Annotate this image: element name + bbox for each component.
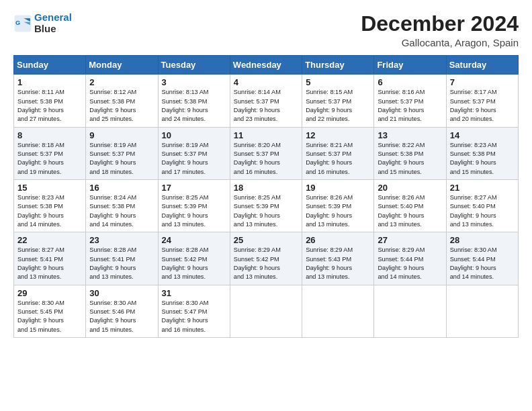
- dow-header-wednesday: Wednesday: [230, 56, 302, 75]
- calendar-cell: 22Sunrise: 8:27 AMSunset: 5:41 PMDayligh…: [14, 232, 86, 285]
- day-number: 27: [378, 235, 442, 245]
- calendar-cell: 26Sunrise: 8:29 AMSunset: 5:43 PMDayligh…: [302, 232, 374, 285]
- day-number: 23: [89, 235, 154, 245]
- day-info: Sunrise: 8:26 AMSunset: 5:39 PMDaylight:…: [306, 193, 370, 229]
- calendar-cell: 29Sunrise: 8:30 AMSunset: 5:45 PMDayligh…: [14, 285, 86, 337]
- calendar-cell: 6Sunrise: 8:16 AMSunset: 5:37 PMDaylight…: [374, 75, 446, 127]
- day-number: 12: [306, 130, 370, 140]
- day-info: Sunrise: 8:11 AMSunset: 5:38 PMDaylight:…: [17, 88, 82, 124]
- calendar-cell: 13Sunrise: 8:22 AMSunset: 5:38 PMDayligh…: [374, 127, 446, 179]
- calendar-cell: 21Sunrise: 8:27 AMSunset: 5:40 PMDayligh…: [446, 179, 518, 232]
- calendar-cell: 31Sunrise: 8:30 AMSunset: 5:47 PMDayligh…: [158, 285, 230, 337]
- calendar-cell: 30Sunrise: 8:30 AMSunset: 5:46 PMDayligh…: [86, 285, 158, 337]
- calendar-cell: 18Sunrise: 8:25 AMSunset: 5:39 PMDayligh…: [230, 179, 302, 232]
- dow-header-friday: Friday: [374, 56, 446, 75]
- day-info: Sunrise: 8:13 AMSunset: 5:38 PMDaylight:…: [162, 88, 226, 124]
- week-row-3: 15Sunrise: 8:23 AMSunset: 5:38 PMDayligh…: [14, 179, 519, 232]
- day-number: 5: [306, 77, 370, 87]
- svg-text:G: G: [15, 19, 20, 26]
- calendar-cell: 9Sunrise: 8:19 AMSunset: 5:37 PMDaylight…: [86, 127, 158, 179]
- day-info: Sunrise: 8:29 AMSunset: 5:44 PMDaylight:…: [378, 246, 442, 281]
- day-info: Sunrise: 8:27 AMSunset: 5:41 PMDaylight:…: [17, 246, 82, 281]
- week-row-2: 8Sunrise: 8:18 AMSunset: 5:37 PMDaylight…: [14, 127, 519, 179]
- day-number: 7: [450, 77, 515, 87]
- day-number: 9: [89, 130, 154, 140]
- day-info: Sunrise: 8:17 AMSunset: 5:37 PMDaylight:…: [450, 88, 515, 124]
- day-info: Sunrise: 8:28 AMSunset: 5:41 PMDaylight:…: [89, 246, 154, 281]
- day-number: 26: [306, 235, 370, 245]
- calendar-cell: 20Sunrise: 8:26 AMSunset: 5:40 PMDayligh…: [374, 179, 446, 232]
- day-info: Sunrise: 8:15 AMSunset: 5:37 PMDaylight:…: [306, 88, 370, 124]
- calendar-cell: 8Sunrise: 8:18 AMSunset: 5:37 PMDaylight…: [14, 127, 86, 179]
- day-number: 16: [89, 183, 154, 193]
- day-number: 22: [17, 235, 82, 245]
- day-info: Sunrise: 8:30 AMSunset: 5:45 PMDaylight:…: [17, 299, 82, 334]
- calendar-cell: 17Sunrise: 8:25 AMSunset: 5:39 PMDayligh…: [158, 179, 230, 232]
- month-title: December 2024: [361, 12, 519, 36]
- day-of-week-row: SundayMondayTuesdayWednesdayThursdayFrid…: [14, 56, 519, 75]
- day-number: 14: [450, 130, 515, 140]
- page: G General Blue December 2024 Gallocanta,…: [0, 0, 532, 411]
- calendar-body: 1Sunrise: 8:11 AMSunset: 5:38 PMDaylight…: [14, 75, 519, 338]
- day-info: Sunrise: 8:30 AMSunset: 5:46 PMDaylight:…: [89, 299, 154, 334]
- day-number: 4: [234, 77, 298, 87]
- dow-header-thursday: Thursday: [302, 56, 374, 75]
- location-title: Gallocanta, Aragon, Spain: [361, 37, 519, 48]
- day-info: Sunrise: 8:20 AMSunset: 5:37 PMDaylight:…: [234, 141, 298, 177]
- calendar-cell: 5Sunrise: 8:15 AMSunset: 5:37 PMDaylight…: [302, 75, 374, 127]
- calendar-cell: 3Sunrise: 8:13 AMSunset: 5:38 PMDaylight…: [158, 75, 230, 127]
- dow-header-tuesday: Tuesday: [158, 56, 230, 75]
- day-info: Sunrise: 8:22 AMSunset: 5:38 PMDaylight:…: [378, 141, 442, 177]
- calendar-cell: [230, 285, 302, 337]
- day-info: Sunrise: 8:29 AMSunset: 5:43 PMDaylight:…: [306, 246, 370, 281]
- day-info: Sunrise: 8:25 AMSunset: 5:39 PMDaylight:…: [234, 193, 298, 229]
- calendar-cell: 28Sunrise: 8:30 AMSunset: 5:44 PMDayligh…: [446, 232, 518, 285]
- logo-icon: G: [13, 14, 32, 33]
- day-number: 10: [162, 130, 226, 140]
- day-number: 28: [450, 235, 515, 245]
- day-number: 3: [162, 77, 226, 87]
- calendar-cell: 24Sunrise: 8:28 AMSunset: 5:42 PMDayligh…: [158, 232, 230, 285]
- day-info: Sunrise: 8:28 AMSunset: 5:42 PMDaylight:…: [162, 246, 226, 281]
- calendar-cell: [374, 285, 446, 337]
- day-number: 17: [162, 183, 226, 193]
- week-row-5: 29Sunrise: 8:30 AMSunset: 5:45 PMDayligh…: [14, 285, 519, 337]
- calendar-cell: 4Sunrise: 8:14 AMSunset: 5:37 PMDaylight…: [230, 75, 302, 127]
- logo-text: General Blue: [34, 12, 72, 34]
- day-number: 24: [162, 235, 226, 245]
- day-info: Sunrise: 8:26 AMSunset: 5:40 PMDaylight:…: [378, 193, 442, 229]
- calendar-cell: 23Sunrise: 8:28 AMSunset: 5:41 PMDayligh…: [86, 232, 158, 285]
- calendar-cell: [302, 285, 374, 337]
- day-info: Sunrise: 8:24 AMSunset: 5:38 PMDaylight:…: [89, 193, 154, 229]
- day-info: Sunrise: 8:23 AMSunset: 5:38 PMDaylight:…: [450, 141, 515, 177]
- calendar-cell: 7Sunrise: 8:17 AMSunset: 5:37 PMDaylight…: [446, 75, 518, 127]
- day-number: 18: [234, 183, 298, 193]
- day-number: 1: [17, 77, 82, 87]
- calendar-cell: 27Sunrise: 8:29 AMSunset: 5:44 PMDayligh…: [374, 232, 446, 285]
- day-number: 19: [306, 183, 370, 193]
- day-number: 30: [89, 288, 154, 298]
- week-row-4: 22Sunrise: 8:27 AMSunset: 5:41 PMDayligh…: [14, 232, 519, 285]
- calendar-cell: 11Sunrise: 8:20 AMSunset: 5:37 PMDayligh…: [230, 127, 302, 179]
- day-number: 21: [450, 183, 515, 193]
- day-info: Sunrise: 8:16 AMSunset: 5:37 PMDaylight:…: [378, 88, 442, 124]
- day-number: 15: [17, 183, 82, 193]
- logo: G General Blue: [13, 12, 72, 34]
- day-number: 6: [378, 77, 442, 87]
- calendar-cell: 1Sunrise: 8:11 AMSunset: 5:38 PMDaylight…: [14, 75, 86, 127]
- day-info: Sunrise: 8:12 AMSunset: 5:38 PMDaylight:…: [89, 88, 154, 124]
- day-info: Sunrise: 8:21 AMSunset: 5:37 PMDaylight:…: [306, 141, 370, 177]
- calendar-cell: 14Sunrise: 8:23 AMSunset: 5:38 PMDayligh…: [446, 127, 518, 179]
- day-info: Sunrise: 8:30 AMSunset: 5:44 PMDaylight:…: [450, 246, 515, 281]
- day-info: Sunrise: 8:23 AMSunset: 5:38 PMDaylight:…: [17, 193, 82, 229]
- day-info: Sunrise: 8:27 AMSunset: 5:40 PMDaylight:…: [450, 193, 515, 229]
- dow-header-monday: Monday: [86, 56, 158, 75]
- day-info: Sunrise: 8:14 AMSunset: 5:37 PMDaylight:…: [234, 88, 298, 124]
- day-info: Sunrise: 8:30 AMSunset: 5:47 PMDaylight:…: [162, 299, 226, 334]
- calendar-cell: 16Sunrise: 8:24 AMSunset: 5:38 PMDayligh…: [86, 179, 158, 232]
- day-number: 2: [89, 77, 154, 87]
- dow-header-saturday: Saturday: [446, 56, 518, 75]
- calendar-cell: 15Sunrise: 8:23 AMSunset: 5:38 PMDayligh…: [14, 179, 86, 232]
- day-number: 20: [378, 183, 442, 193]
- week-row-1: 1Sunrise: 8:11 AMSunset: 5:38 PMDaylight…: [14, 75, 519, 127]
